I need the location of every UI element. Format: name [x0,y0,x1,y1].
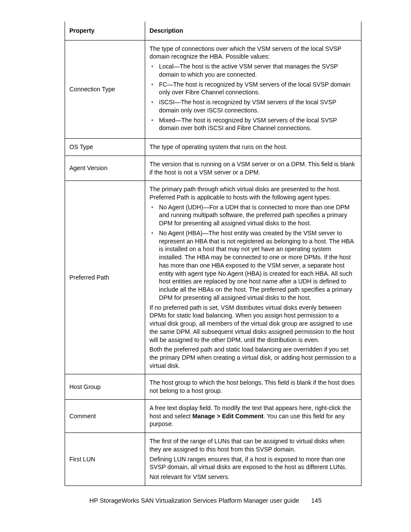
property-name: Connection Type [65,40,145,138]
property-description: The host group to which the host belongs… [145,374,361,399]
desc-paragraph: Not relevant for VSM servers. [149,473,357,481]
bullet-list: No Agent (UDH)—For a UDH that is connect… [149,203,357,302]
property-description: A free text display field. To modify the… [145,399,361,432]
property-description: The type of connections over which the V… [145,40,361,138]
header-property: Property [65,22,145,40]
document-page: Property Description Connection Type The… [0,0,411,532]
property-name: Preferred Path [65,181,145,374]
list-item: iSCSI—The host is recognized by VSM serv… [157,98,357,114]
property-name: First LUN [65,433,145,486]
property-name: Agent Version [65,156,145,180]
desc-intro: The type of connections over which the V… [149,45,357,61]
properties-table: Property Description Connection Type The… [65,22,361,486]
desc-paragraph: If no preferred path is set, VSM distrib… [149,304,357,344]
property-description: The first of the range of LUNs that can … [145,433,361,486]
property-description: The type of operating system that runs o… [145,139,361,156]
header-description: Description [145,22,361,40]
page-footer: HP StorageWorks SAN Virtualization Servi… [0,497,411,504]
property-description: The primary path through which virtual d… [145,181,361,374]
bold-text: Manage > Edit Comment [192,413,263,420]
footer-title: HP StorageWorks SAN Virtualization Servi… [89,497,299,504]
table-row: Host Group The host group to which the h… [65,374,361,399]
property-name: Comment [65,399,145,432]
list-item: Mixed—The host is recognized by VSM serv… [157,116,357,132]
desc-paragraph: The first of the range of LUNs that can … [149,437,357,453]
table-row: Comment A free text display field. To mo… [65,399,361,432]
list-item: No Agent (UDH)—For a UDH that is connect… [157,203,357,227]
property-name: OS Type [65,139,145,156]
table-row: Preferred Path The primary path through … [65,181,361,374]
desc-intro: The primary path through which virtual d… [149,185,357,201]
desc-paragraph: Defining LUN ranges ensures that, if a h… [149,455,357,471]
table-row: Connection Type The type of connections … [65,40,361,138]
list-item: Local—The host is the active VSM server … [157,62,357,78]
table-row: OS Type The type of operating system tha… [65,139,361,156]
desc-paragraph: Both the preferred path and static load … [149,345,357,370]
page-number: 145 [311,497,321,504]
bullet-list: Local—The host is the active VSM server … [149,62,357,132]
table-header-row: Property Description [65,22,361,40]
property-name: Host Group [65,374,145,399]
list-item: FC—The host is recognized by VSM servers… [157,81,357,96]
table-row: First LUN The first of the range of LUNs… [65,433,361,486]
table-row: Agent Version The version that is runnin… [65,156,361,180]
property-description: The version that is running on a VSM ser… [145,156,361,180]
list-item: No Agent (HBA)—The host entity was creat… [157,229,357,302]
